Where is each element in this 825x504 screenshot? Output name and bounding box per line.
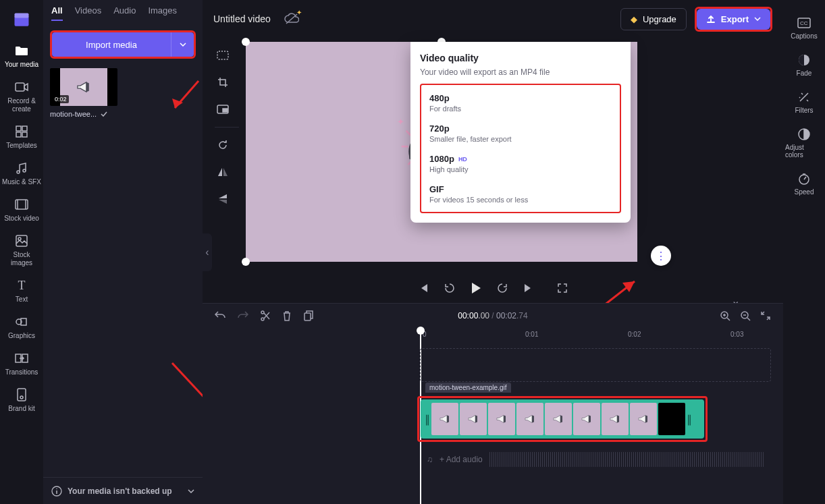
- chevron-down-icon: [754, 17, 761, 21]
- delete-icon[interactable]: [282, 310, 292, 321]
- left-sidebar: Your media Record & create Templates Mus…: [0, 0, 43, 504]
- duplicate-icon[interactable]: [304, 310, 314, 321]
- video-clip[interactable]: ∥ ∥: [421, 399, 704, 439]
- rs-speed[interactable]: Speed: [785, 165, 823, 202]
- import-dropdown[interactable]: [171, 32, 194, 57]
- tab-all[interactable]: All: [51, 5, 63, 21]
- nav-text[interactable]: TText: [1, 273, 42, 309]
- svg-point-7: [17, 171, 20, 173]
- tab-images[interactable]: Images: [148, 5, 177, 21]
- cloud-sync-icon[interactable]: ✦: [284, 13, 299, 25]
- export-quality-popup: Video quality Your video will export as …: [410, 42, 631, 223]
- highlight-clip: ∥ ∥: [417, 396, 708, 442]
- skip-end-icon[interactable]: [523, 283, 534, 293]
- fit-timeline-icon[interactable]: [760, 310, 771, 321]
- audio-placeholder: + Add audio: [440, 455, 483, 464]
- nav-brand-kit[interactable]: Brand kit: [1, 382, 42, 418]
- rewind-icon[interactable]: [444, 282, 456, 294]
- nav-music-sfx[interactable]: Music & SFX: [1, 155, 42, 192]
- timecode: 00:00.00 / 00:02.74: [458, 311, 527, 320]
- highlight-import: Import media: [50, 30, 196, 59]
- pip-icon[interactable]: [212, 99, 234, 120]
- redo-icon[interactable]: [238, 310, 248, 321]
- thumb-duration: 0:02: [53, 95, 69, 103]
- svg-rect-22: [223, 109, 228, 112]
- media-tabs: All Videos Audio Images: [43, 5, 203, 28]
- project-title[interactable]: Untitled video: [213, 13, 271, 24]
- svg-rect-6: [22, 132, 27, 137]
- upgrade-button[interactable]: ◆ Upgrade: [620, 8, 687, 30]
- nav-your-media[interactable]: Your media: [1, 38, 42, 74]
- panel-collapse[interactable]: ‹: [203, 233, 212, 271]
- backup-warning[interactable]: Your media isn't backed up: [43, 477, 203, 504]
- popup-heading: Video quality: [420, 53, 621, 63]
- waveform: [489, 452, 764, 467]
- thumb-name: motion-twee...: [50, 110, 97, 118]
- crop-icon[interactable]: [212, 72, 234, 93]
- split-icon[interactable]: [261, 310, 270, 321]
- text-track-placeholder[interactable]: [420, 348, 771, 382]
- nav-record-create[interactable]: Record & create: [1, 74, 42, 119]
- quality-480p[interactable]: 480pFor drafts: [421, 88, 620, 118]
- svg-rect-4: [22, 126, 27, 131]
- svg-point-29: [261, 311, 264, 314]
- info-icon: [51, 486, 62, 497]
- rotate-icon[interactable]: [212, 134, 234, 156]
- clip-handle-right[interactable]: ∥: [687, 401, 692, 437]
- nav-label: Templates: [6, 142, 37, 150]
- svg-rect-5: [16, 132, 21, 137]
- zoom-in-icon[interactable]: [720, 310, 730, 321]
- right-sidebar: CCCaptions Fade Filters Adjust colors Sp…: [783, 0, 825, 504]
- audio-track[interactable]: ♫ + Add audio: [420, 446, 771, 473]
- fullscreen-icon[interactable]: [557, 283, 568, 293]
- svg-rect-2: [16, 83, 24, 91]
- undo-icon[interactable]: [215, 310, 225, 321]
- svg-rect-3: [16, 126, 21, 131]
- nav-transitions[interactable]: Transitions: [1, 345, 42, 382]
- zoom-out-icon[interactable]: [740, 310, 751, 321]
- flip-v-icon[interactable]: [212, 188, 234, 210]
- export-button[interactable]: Export: [697, 9, 770, 30]
- import-media-button[interactable]: Import media: [52, 32, 194, 57]
- nav-stock-images[interactable]: Stock images: [1, 228, 42, 273]
- skip-start-icon[interactable]: [418, 283, 429, 293]
- quality-720p[interactable]: 720pSmaller file, faster export: [421, 118, 620, 148]
- svg-rect-20: [217, 51, 228, 59]
- nav-label: Brand kit: [8, 405, 34, 413]
- rs-fade[interactable]: Fade: [785, 47, 823, 84]
- svg-point-17: [20, 396, 23, 399]
- nav-templates[interactable]: Templates: [1, 119, 42, 155]
- flip-h-icon[interactable]: [212, 161, 234, 183]
- clip-filename: motion-tween-example.gif: [425, 383, 511, 393]
- canvas-tools: [212, 45, 242, 210]
- rs-adjust-colors[interactable]: Adjust colors: [785, 121, 823, 165]
- timeline-ruler[interactable]: 0 0:01 0:02 0:03 0:04 0:05: [203, 331, 783, 344]
- svg-text:CC: CC: [800, 20, 808, 26]
- quality-gif[interactable]: GIFFor videos 15 seconds or less: [421, 179, 620, 209]
- nav-label: Stock video: [4, 215, 39, 223]
- upgrade-label: Upgrade: [643, 14, 676, 24]
- resize-handle[interactable]: [242, 38, 250, 46]
- tab-videos[interactable]: Videos: [75, 5, 102, 21]
- forward-icon[interactable]: [496, 282, 508, 294]
- play-icon[interactable]: [471, 282, 481, 294]
- main-area: Untitled video ✦ ◆ Upgrade Export: [203, 0, 783, 504]
- nav-stock-video[interactable]: Stock video: [1, 192, 42, 228]
- media-thumbnail[interactable]: 0:02: [50, 68, 117, 106]
- tab-audio[interactable]: Audio: [113, 5, 136, 21]
- nav-label: Your media: [5, 61, 38, 69]
- fit-icon[interactable]: [212, 45, 234, 66]
- rs-filters[interactable]: Filters: [785, 84, 823, 121]
- rs-captions[interactable]: CCCaptions: [785, 9, 823, 47]
- nav-label: Graphics: [8, 332, 35, 340]
- preview-more-button[interactable]: ⋮: [651, 246, 671, 266]
- highlight-export: Export: [695, 7, 772, 32]
- music-icon: ♫: [427, 455, 433, 464]
- check-icon: [101, 111, 107, 117]
- clip-handle-left[interactable]: ∥: [425, 401, 430, 437]
- quality-1080p[interactable]: 1080pHDHigh quality: [421, 148, 620, 179]
- diamond-icon: ◆: [631, 14, 637, 24]
- import-label: Import media: [52, 40, 171, 50]
- svg-point-8: [23, 169, 26, 172]
- resize-handle[interactable]: [242, 258, 250, 266]
